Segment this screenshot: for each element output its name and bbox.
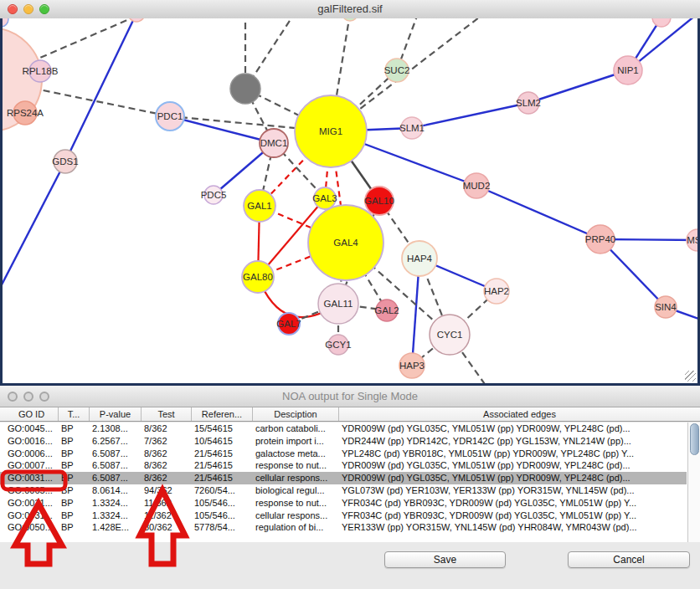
- table-cell: BP: [59, 423, 90, 435]
- network-window-titlebar[interactable]: galFiltered.sif: [0, 0, 700, 19]
- table-cell: 8/362: [142, 448, 192, 460]
- table-cell: GO:0065...: [5, 484, 59, 497]
- graph-node-cornerNode[interactable]: [3, 18, 8, 27]
- column-header-t-[interactable]: T...: [59, 407, 90, 421]
- graph-node-label: GAL11: [324, 299, 353, 309]
- column-header-associated-edges[interactable]: Associated edges: [339, 407, 700, 421]
- cancel-button[interactable]: Cancel: [568, 551, 690, 568]
- graph-node-label: GAL2: [374, 305, 399, 315]
- table-cell: YFR034C (pd) YBR093C, YDR009W (pd) YGL03…: [339, 497, 687, 510]
- table-cell: 8/362: [142, 423, 192, 435]
- table-cell: protein import i...: [253, 435, 339, 448]
- table-cell: GO:0006...: [5, 448, 59, 460]
- table-cell: BP: [59, 472, 90, 484]
- table-cell: 21/54615: [192, 459, 253, 472]
- table-cell: 8/362: [142, 459, 192, 472]
- table-cell: 6.5087...: [90, 459, 142, 472]
- graph-node-label: SIN4: [655, 302, 677, 312]
- graph-edge-blue: [528, 70, 628, 103]
- table-cell: cellular respons...: [253, 510, 339, 522]
- noa-window-titlebar[interactable]: NOA output for Single Mode: [0, 386, 700, 407]
- table-cell: response to nut...: [253, 497, 339, 510]
- scrollbar-thumb[interactable]: [690, 423, 699, 455]
- table-cell: BP: [59, 459, 90, 472]
- table-cell: 1.3324...: [90, 497, 142, 510]
- table-header: GO IDT...P-valueTestReferen...Desciption…: [0, 407, 700, 422]
- table-cell: 80/362: [142, 521, 192, 534]
- table-row[interactable]: GO:0031...BP1.3324...11/362105/546...res…: [0, 497, 687, 510]
- table-row[interactable]: GO:0031...BP6.5087...8/36221/54615cellul…: [0, 472, 687, 484]
- table-cell: YPL248C (pd) YBR018C, YML051W (pp) YDR00…: [339, 448, 687, 460]
- table-cell: GO:0016...: [5, 435, 59, 448]
- graph-edge-blue: [65, 18, 136, 161]
- table-cell: BP: [59, 510, 90, 522]
- table-row[interactable]: GO:0065...BP8.0614...94/3627260/54...bio…: [0, 484, 687, 497]
- graph-canvas[interactable]: RPL18BRPS24AGDS1PDC1DMC1MIG1PDC5GAL1GAL3…: [0, 18, 700, 386]
- table-cell: YFR034C (pd) YBR093C, YDR009W (pd) YGL03…: [339, 510, 687, 522]
- graph-node-label: SUC2: [384, 65, 410, 75]
- table-row[interactable]: GO:0006...BP6.5087...8/36221/54615galact…: [0, 448, 687, 460]
- column-header-go-id[interactable]: GO ID: [5, 407, 59, 421]
- table-cell: 6.2567...: [90, 435, 142, 448]
- table-cell: GO:0045...: [5, 423, 59, 435]
- graph-node-label: GAL4: [333, 238, 358, 248]
- table-cell: 1.428E...: [90, 521, 142, 534]
- graph-node-label: HAP3: [399, 361, 425, 371]
- table-cell: BP: [59, 521, 90, 534]
- table-body: GO:0045...BP2.1308...8/36215/54615carbon…: [0, 423, 700, 542]
- graph-edge-blue: [3, 161, 65, 296]
- column-header-referen-[interactable]: Referen...: [192, 407, 253, 421]
- graph-node-label: GAL7: [276, 319, 301, 329]
- graph-node-label: RPL18B: [23, 66, 59, 76]
- table-cell: YDR009W (pd) YGL035C, YML051W (pp) YDR00…: [339, 472, 687, 484]
- table-cell: 21/54615: [192, 472, 253, 484]
- column-header-p-value[interactable]: P-value: [90, 407, 142, 421]
- resize-grip[interactable]: [685, 371, 696, 382]
- table-cell: 5778/54...: [192, 521, 253, 534]
- table-row[interactable]: GO:0016...BP6.2567...7/36210/54615protei…: [0, 435, 687, 448]
- graph-node-topRightPink[interactable]: [652, 18, 671, 27]
- graph-node-label: NIP1: [617, 65, 639, 75]
- graph-node-label: CYC1: [437, 330, 463, 340]
- table-cell: BP: [59, 497, 90, 510]
- table-row[interactable]: GO:0050...BP1.428E...80/3625778/54...reg…: [0, 521, 687, 534]
- graph-node-grayNode[interactable]: [230, 74, 260, 104]
- table-cell: YER133W (pp) YOR315W, YNL145W (pd) YHR08…: [339, 521, 687, 534]
- table-cell: BP: [59, 448, 90, 460]
- table-cell: BP: [59, 435, 90, 448]
- graph-node-topGreen[interactable]: [342, 18, 358, 21]
- table-cell: 105/546...: [192, 497, 253, 510]
- table-row[interactable]: GO:0045...BP2.1308...8/36215/54615carbon…: [0, 423, 687, 435]
- table-row[interactable]: GO:0007...BP6.5087...8/36221/54615respon…: [0, 459, 687, 472]
- graph-node-label: MSN: [687, 235, 697, 245]
- graph-edge-blue: [412, 103, 528, 128]
- column-header-test[interactable]: Test: [142, 407, 192, 421]
- column-header-desciption[interactable]: Desciption: [253, 407, 339, 421]
- graph-node-label: HAP4: [407, 254, 433, 264]
- table-cell: 7260/54...: [192, 484, 253, 497]
- table-row[interactable]: GO:0031...BP1.3324...11/362105/546...cel…: [0, 510, 687, 522]
- graph-node-label: PDC1: [157, 111, 183, 121]
- table-cell: GO:0031...: [5, 472, 59, 484]
- table-cell: YGL073W (pd) YER103W, YER133W (pp) YOR31…: [339, 484, 687, 497]
- graph-node-topPink[interactable]: [128, 18, 145, 22]
- noa-window-title: NOA output for Single Mode: [0, 386, 700, 407]
- table-cell: 94/362: [142, 484, 192, 497]
- vertical-scrollbar[interactable]: [687, 423, 700, 542]
- table-cell: response to nut...: [253, 459, 339, 472]
- graph-node-label: HAP2: [484, 286, 509, 296]
- table-cell: 7/362: [142, 435, 192, 448]
- network-graph[interactable]: RPL18BRPS24AGDS1PDC1DMC1MIG1PDC5GAL1GAL3…: [3, 18, 697, 383]
- table-cell: YDR244W (pp) YDR142C, YDR142C (pp) YGL15…: [339, 435, 687, 448]
- table-cell: 10/54615: [192, 435, 253, 448]
- table-cell: GO:0031...: [5, 497, 59, 510]
- table-cell: 8/362: [142, 472, 192, 484]
- graph-edge-blue: [170, 116, 274, 143]
- graph-node-label: PDC5: [201, 190, 227, 200]
- network-window: galFiltered.sif RPL18BRPS24AGDS1PDC1DMC1…: [0, 0, 700, 386]
- graph-node-label: DMC1: [260, 138, 288, 148]
- graph-edge-blue: [476, 186, 600, 239]
- graph-node-label: SLM1: [399, 123, 425, 133]
- save-button[interactable]: Save: [384, 551, 506, 568]
- graph-node-label: GAL10: [364, 196, 394, 206]
